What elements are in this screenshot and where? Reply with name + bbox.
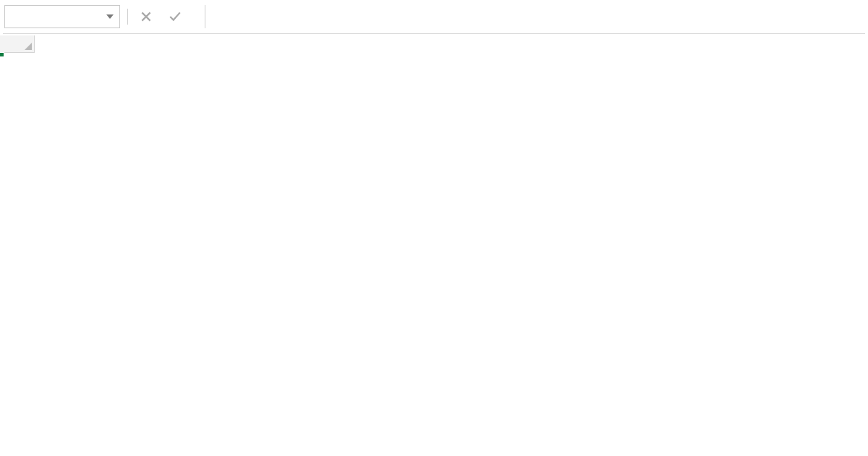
spreadsheet-grid — [0, 35, 868, 53]
cancel-formula-icon[interactable] — [135, 6, 157, 28]
separator — [127, 9, 128, 25]
formula-bar — [0, 0, 868, 30]
enter-formula-icon[interactable] — [164, 6, 186, 28]
divider — [3, 33, 865, 34]
name-box[interactable] — [4, 5, 120, 28]
column-headers — [0, 35, 868, 53]
chevron-down-icon[interactable] — [106, 14, 114, 19]
formula-input[interactable] — [205, 5, 864, 28]
select-all-corner[interactable] — [0, 35, 35, 53]
fill-handle[interactable] — [0, 52, 4, 57]
selection-outline — [0, 53, 3, 56]
